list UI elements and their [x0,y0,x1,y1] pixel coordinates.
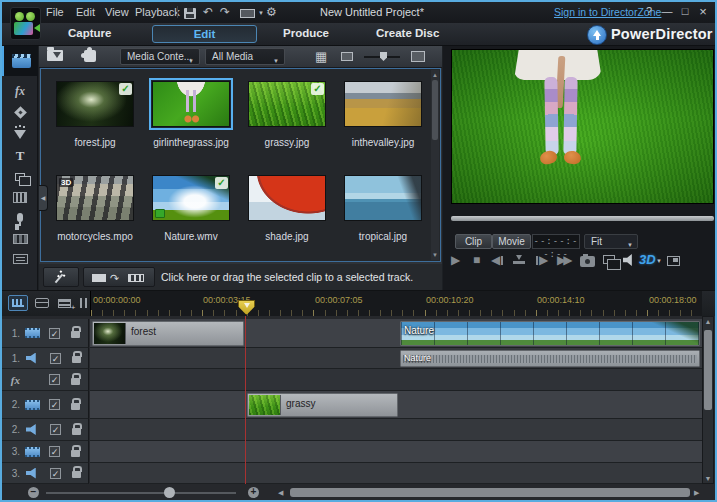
dual-preview-icon[interactable] [603,255,615,264]
view-mode-button[interactable] [32,295,52,311]
thumbnail-motorcycles[interactable]: 3D [56,175,134,221]
track-enable-checkbox[interactable]: ✓ [49,446,60,457]
scrollbar-thumb[interactable] [432,80,438,140]
aspect-ratio-caret-icon[interactable]: ▼ [258,10,264,16]
thumbnail-shade[interactable] [248,175,326,221]
sidebar-item-chapter-room[interactable] [2,228,38,250]
menu-playback[interactable]: Playback [135,6,180,18]
previous-frame-button[interactable]: ◀ [491,252,504,268]
media-item-inthevalley[interactable]: inthevalley.jpg [335,77,431,169]
timeline-track-audio-2[interactable] [90,419,702,441]
track-header-audio-3[interactable]: 3. ✓ [2,463,89,484]
track-lock-icon[interactable] [71,378,80,385]
sidebar-item-effect-room[interactable]: fx [2,80,38,102]
media-item-forest[interactable]: ✓ forest.jpg [47,77,143,169]
sidebar-item-subtitle-room[interactable] [2,248,38,270]
preview-tab-movie[interactable]: Movie [492,234,531,249]
menu-edit[interactable]: Edit [76,6,95,18]
track-lock-icon[interactable] [72,471,81,478]
media-item-nature[interactable]: ✓ Nature.wmv [143,171,239,263]
track-header-video-3[interactable]: 3. ✓ [2,441,89,463]
zoom-slider-knob[interactable] [164,487,175,498]
track-lock-icon[interactable] [72,428,81,435]
scroll-left-icon[interactable]: ◀ [278,489,283,497]
speaker-volume-icon[interactable] [623,254,636,266]
aspect-ratio-icon[interactable] [240,9,255,18]
menu-file[interactable]: File [46,6,64,18]
timeline-zoom-slider[interactable] [46,492,236,494]
sidebar-item-audio-mixing[interactable] [2,186,38,208]
track-enable-checkbox[interactable]: ✓ [49,374,60,385]
track-lock-icon[interactable] [72,356,81,363]
all-media-dropdown[interactable]: All Media▼ [205,48,285,65]
sidebar-item-voice-over[interactable] [2,206,38,228]
tab-create-disc[interactable]: Create Disc [376,27,439,39]
track-lock-icon[interactable] [71,450,80,457]
media-item-motorcycles[interactable]: 3D motorcycles.mpo [47,171,143,263]
clip-grassy[interactable]: grassy [247,393,398,417]
large-thumbnail-icon[interactable] [411,51,425,62]
thumbnail-inthevalley[interactable] [344,81,422,127]
thumbnail-tropical[interactable] [344,175,422,221]
save-icon[interactable] [184,8,196,19]
menu-view[interactable]: View [105,6,129,18]
grid-view-icon[interactable]: ▦ [315,49,327,64]
tab-edit[interactable]: Edit [152,25,257,43]
scrollbar-thumb[interactable] [704,330,712,410]
sidebar-item-pip-objects[interactable] [2,101,38,123]
scroll-down-icon[interactable]: ▼ [431,251,439,259]
timeline-vertical-scrollbar[interactable]: ▲ ▼ [702,316,714,484]
clip-nature-audio[interactable]: Nature [400,350,700,367]
zoom-out-button[interactable]: − [28,487,39,498]
horizontal-scrollbar-thumb[interactable] [290,488,690,497]
scroll-up-icon[interactable]: ▲ [431,71,439,79]
thumbnail-grassy[interactable]: ✓ [248,81,326,127]
sidebar-item-particle-room[interactable] [2,123,38,145]
track-enable-checkbox[interactable]: ✓ [50,353,61,364]
track-manager-button[interactable] [8,295,28,311]
track-enable-checkbox[interactable]: ✓ [50,468,61,479]
import-media-icon[interactable] [47,50,63,61]
sidebar-collapse-handle[interactable]: ◀ [39,185,48,211]
play-button[interactable]: ▶ [451,252,460,268]
clip-nature-video[interactable]: Nature [400,321,700,346]
preview-timecode[interactable]: --:--:--:-- [532,234,580,249]
timeline-ruler[interactable]: 00:00:00:00 00:00:03:15 00:00:07:05 00:0… [90,291,702,316]
sidebar-item-transition-room[interactable] [2,166,38,188]
track-header-fx[interactable]: fx ✓ [2,369,89,391]
thumbnail-forest[interactable]: ✓ [56,81,134,127]
fix-enhance-button[interactable] [43,267,79,287]
tab-capture[interactable]: Capture [68,27,111,39]
zoom-fit-dropdown[interactable]: Fit▼ [584,234,638,249]
library-scrollbar[interactable]: ▲ ▼ [431,70,439,260]
small-thumbnail-icon[interactable] [341,52,353,61]
preview-video-frame[interactable] [451,49,714,204]
3d-mode-button[interactable]: 3D [639,252,656,267]
slider-knob[interactable] [380,52,387,61]
next-frame-button[interactable]: ▶ [535,252,548,268]
media-item-grassy[interactable]: ✓ grassy.jpg [239,77,335,169]
insert-to-track-button[interactable]: ↷ [83,267,155,287]
media-item-shade[interactable]: shade.jpg [239,171,335,263]
3d-caret-icon[interactable]: ▼ [656,258,662,264]
settings-gear-icon[interactable]: ⚙ [266,4,277,20]
sidebar-item-media-room[interactable] [2,46,38,76]
media-item-girlinthegrass[interactable]: girlinthegrass.jpg [143,77,239,169]
track-header-video-1[interactable]: 1. ✓ [2,319,89,348]
media-content-dropdown[interactable]: Media Conte...▼ [120,48,200,65]
sidebar-item-title-room[interactable]: T [2,145,38,167]
track-header-audio-2[interactable]: 2. ✓ [2,419,89,441]
track-header-audio-1[interactable]: 1. ✓ [2,348,89,369]
maximize-button[interactable]: □ [678,5,692,17]
step-button[interactable] [513,261,525,264]
track-lock-icon[interactable] [71,331,80,338]
preview-tab-clip[interactable]: Clip [455,234,492,249]
playhead-line[interactable] [245,316,246,484]
redo-icon[interactable]: ↷ [220,4,230,20]
timeline-track-video-3[interactable] [90,441,702,463]
minimize-button[interactable]: — [660,5,674,17]
track-header-video-2[interactable]: 2. ✓ [2,391,89,419]
clip-forest[interactable]: forest [92,321,244,346]
snapshot-camera-icon[interactable] [580,256,595,267]
fast-forward-button[interactable]: ▶▶ [557,252,569,268]
